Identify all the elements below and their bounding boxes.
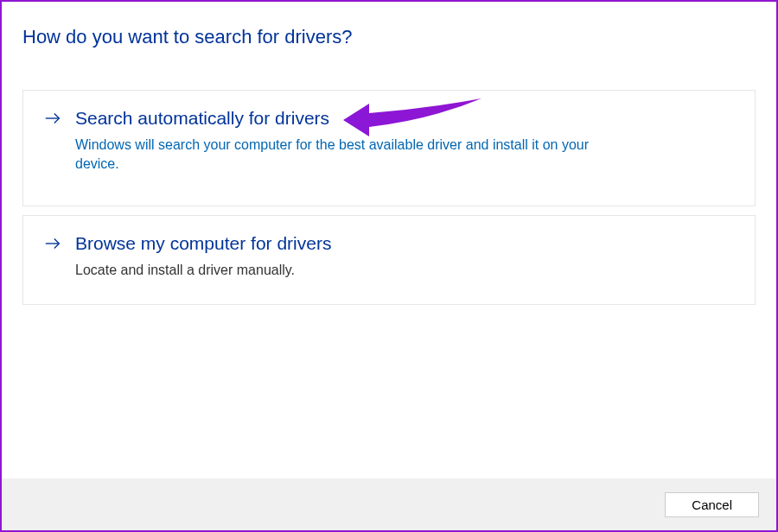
dialog-footer: Cancel — [2, 478, 776, 530]
option-title: Search automatically for drivers — [75, 108, 329, 129]
arrow-right-icon — [42, 233, 63, 254]
option-browse-computer[interactable]: Browse my computer for drivers Locate an… — [22, 215, 756, 305]
option-description: Locate and install a driver manually. — [75, 261, 736, 280]
cancel-button[interactable]: Cancel — [665, 492, 759, 517]
arrow-right-icon — [42, 108, 63, 129]
option-description: Windows will search your computer for th… — [75, 136, 628, 174]
option-search-automatically[interactable]: Search automatically for drivers Windows… — [22, 90, 756, 206]
option-title: Browse my computer for drivers — [75, 233, 331, 254]
page-title: How do you want to search for drivers? — [22, 26, 756, 48]
